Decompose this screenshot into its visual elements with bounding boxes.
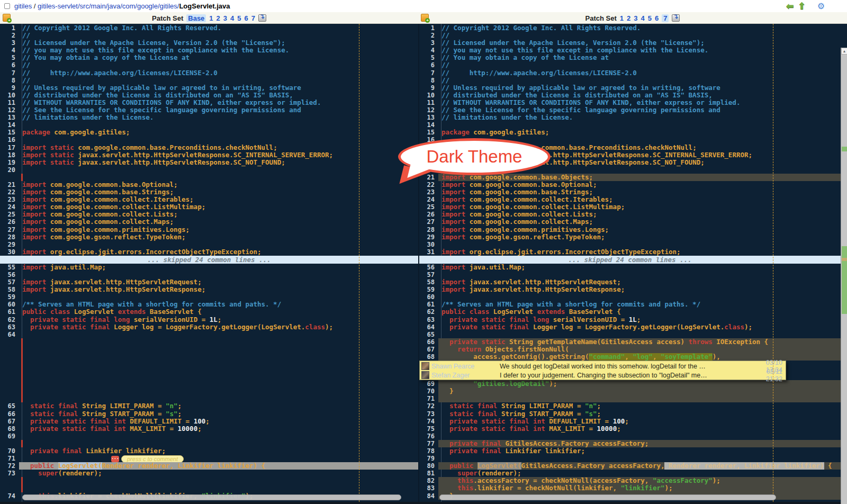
line-number[interactable]: 66 xyxy=(419,338,438,346)
line-number[interactable]: 30 xyxy=(0,248,19,256)
settings-gear-icon[interactable]: ⚙ xyxy=(817,1,825,11)
line-number[interactable]: 71 xyxy=(0,455,19,462)
line-number[interactable]: 72 xyxy=(419,402,438,410)
line-number[interactable]: 8 xyxy=(0,77,19,84)
patch-set-6[interactable]: 6 xyxy=(245,14,248,22)
line-number[interactable]: 29 xyxy=(0,241,19,248)
patch-set-2[interactable]: 2 xyxy=(627,14,630,22)
line-number[interactable]: 57 xyxy=(419,271,438,278)
skipped-lines-banner[interactable]: ... skipped 24 common lines ... xyxy=(419,256,841,264)
line-number[interactable]: 76 xyxy=(419,433,438,440)
line-number[interactable]: 78 xyxy=(419,447,438,455)
line-number[interactable]: 21 xyxy=(0,181,19,188)
line-number[interactable]: 60 xyxy=(0,301,19,308)
line-number[interactable]: 28 xyxy=(419,226,438,233)
line-number[interactable]: 9 xyxy=(419,84,438,92)
patch-set-3[interactable]: 3 xyxy=(634,14,637,22)
line-number[interactable]: 65 xyxy=(419,331,438,338)
patch-set-3[interactable]: 3 xyxy=(223,14,227,22)
comment-bubble-icon[interactable]: ··· xyxy=(111,456,119,462)
line-number[interactable]: 8 xyxy=(419,77,438,84)
line-number[interactable]: 65 xyxy=(0,402,19,410)
line-number[interactable]: 25 xyxy=(0,211,19,218)
line-number[interactable]: 62 xyxy=(419,308,438,316)
skipped-lines-banner[interactable]: ... skipped 24 common lines ... xyxy=(0,256,418,264)
line-number[interactable]: 26 xyxy=(419,211,438,218)
line-number[interactable]: 73 xyxy=(0,470,19,477)
line-number[interactable]: 79 xyxy=(419,455,438,462)
download-patch-icon[interactable]: ↴ xyxy=(258,14,266,22)
line-number[interactable]: 59 xyxy=(419,286,438,293)
vertical-scrollbar[interactable]: ▲ xyxy=(841,48,847,504)
expand-file-icon[interactable]: + xyxy=(421,14,429,22)
line-number[interactable]: 55 xyxy=(0,264,19,271)
line-number[interactable]: 13 xyxy=(0,114,19,121)
line-number[interactable]: 19 xyxy=(0,159,19,166)
patch-set-6[interactable]: 6 xyxy=(655,14,659,22)
line-number[interactable]: 56 xyxy=(0,271,19,278)
line-number[interactable]: 10 xyxy=(0,92,19,99)
prev-file-arrow-icon[interactable]: ⬅ xyxy=(786,1,794,12)
line-number[interactable]: 68 xyxy=(419,353,438,361)
line-number[interactable]: 25 xyxy=(419,203,438,211)
breadcrumb-repo-link[interactable]: gitiles xyxy=(14,2,32,10)
line-number[interactable]: 67 xyxy=(0,418,19,425)
line-number[interactable]: 2 xyxy=(419,32,438,39)
line-number[interactable]: 13 xyxy=(419,114,438,121)
line-number[interactable]: 22 xyxy=(0,188,19,196)
line-number[interactable]: 31 xyxy=(419,248,438,256)
line-number[interactable]: 3 xyxy=(419,39,438,47)
line-number[interactable]: 11 xyxy=(0,99,19,106)
line-number[interactable]: 74 xyxy=(0,492,19,500)
line-number[interactable]: 24 xyxy=(419,196,438,203)
line-number[interactable]: 84 xyxy=(419,492,438,500)
line-number[interactable]: 23 xyxy=(419,188,438,196)
line-number[interactable]: 7 xyxy=(419,69,438,77)
line-number[interactable]: 83 xyxy=(419,484,438,492)
line-number[interactable]: 5 xyxy=(419,54,438,61)
line-number[interactable]: 64 xyxy=(0,331,19,338)
scrollbar-up-arrow-icon[interactable]: ▲ xyxy=(841,48,847,55)
line-number[interactable]: 14 xyxy=(0,121,19,129)
line-number[interactable]: 71 xyxy=(419,395,438,402)
line-number[interactable]: 9 xyxy=(0,84,19,92)
line-number[interactable]: 15 xyxy=(419,129,438,136)
line-number[interactable]: 80 xyxy=(419,462,438,470)
line-number[interactable]: 69 xyxy=(0,433,19,440)
patch-set-4[interactable]: 4 xyxy=(230,14,234,22)
line-number[interactable]: 66 xyxy=(0,410,19,418)
patch-set-7[interactable]: 7 xyxy=(251,14,255,22)
line-number[interactable]: 57 xyxy=(0,278,19,286)
patch-set-2[interactable]: 2 xyxy=(217,14,220,22)
line-number[interactable]: 62 xyxy=(0,316,19,323)
up-to-change-arrow-icon[interactable]: ⬆ xyxy=(798,1,805,12)
line-number[interactable]: 10 xyxy=(419,92,438,99)
line-number[interactable]: 81 xyxy=(419,470,438,477)
line-number[interactable]: 63 xyxy=(0,323,19,331)
line-number[interactable]: 59 xyxy=(0,293,19,301)
line-number[interactable]: 12 xyxy=(419,106,438,114)
line-number[interactable]: 72 xyxy=(0,462,19,470)
line-number[interactable]: 6 xyxy=(0,61,19,69)
horizontal-scrollbar-right[interactable] xyxy=(439,494,776,500)
comment-row[interactable]: Shawn PearceWe should get logDetail work… xyxy=(421,362,785,371)
patch-set-7[interactable]: 7 xyxy=(662,14,669,22)
line-number[interactable]: 75 xyxy=(419,425,438,433)
file-checkbox[interactable] xyxy=(4,3,10,9)
line-number[interactable]: 15 xyxy=(0,129,19,136)
line-number[interactable]: 23 xyxy=(0,196,19,203)
patch-set-5[interactable]: 5 xyxy=(648,14,652,22)
line-number[interactable]: 28 xyxy=(0,233,19,241)
line-number[interactable]: 60 xyxy=(419,293,438,301)
line-number[interactable]: 56 xyxy=(419,264,438,271)
line-number[interactable]: 1 xyxy=(419,24,438,32)
comment-row[interactable]: Stefan ZagerI defer to your judgement. C… xyxy=(421,371,785,380)
line-number[interactable]: 61 xyxy=(419,301,438,308)
line-number[interactable]: 20 xyxy=(0,166,19,174)
line-number[interactable]: 26 xyxy=(0,218,19,226)
line-number[interactable]: 77 xyxy=(419,440,438,447)
line-number[interactable]: 16 xyxy=(0,136,19,143)
patch-set-5[interactable]: 5 xyxy=(237,14,241,22)
line-number[interactable]: 58 xyxy=(0,286,19,293)
horizontal-scrollbar-left[interactable] xyxy=(22,494,401,500)
